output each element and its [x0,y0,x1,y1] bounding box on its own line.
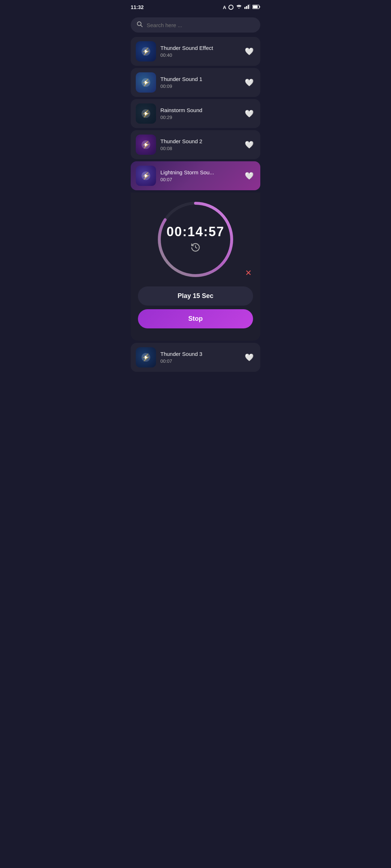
sound-title-3: Rainstorm Sound [160,107,239,113]
svg-rect-1 [246,6,247,9]
play-btn-4[interactable] [142,140,150,149]
timer-inner: 00:14:57 [167,224,224,255]
sound-info-4: Thunder Sound 2 00:08 [160,138,239,151]
status-time: 11:32 [131,4,144,10]
search-bar[interactable] [131,17,260,33]
sound-item-3[interactable]: ⚡ Rainstorm Sound 00:29 🤍 [131,99,260,128]
sound-info-2: Thunder Sound 1 00:09 [160,76,239,89]
signal-icon [244,4,250,10]
active-sound-duration: 00:07 [160,177,239,182]
sound-title-4: Thunder Sound 2 [160,138,239,144]
sound-item-active[interactable]: ⚡ Lightning Storm Sou... 00:07 🤍 [131,161,260,190]
svg-rect-2 [248,5,249,9]
wifi-icon [236,4,242,10]
assistant-icon: A [223,5,226,10]
active-sound-title: Lightning Storm Sou... [160,169,239,175]
play-button-small[interactable] [142,353,150,362]
svg-rect-5 [259,6,260,8]
sound-duration-1: 00:40 [160,52,239,58]
thumbnail-4: ⚡ [136,135,156,155]
sound-item-1[interactable]: ⚡ Thunder Sound Effect 00:40 🤍 [131,37,260,66]
sound-duration-2: 00:09 [160,84,239,89]
favorite-btn-2[interactable]: 🤍 [243,77,255,88]
active-favorite-button[interactable]: 🤍 [243,170,255,182]
favorite-btn-4[interactable]: 🤍 [243,139,255,150]
status-bar: 11:32 A [125,0,266,14]
bottom-sound-title: Thunder Sound 3 [160,351,239,357]
sound-info-3: Rainstorm Sound 00:29 [160,107,239,120]
svg-rect-0 [244,7,245,9]
timer-display: 00:14:57 [167,224,224,239]
sound-duration-4: 00:08 [160,146,239,151]
heart-icon-2: 🤍 [245,78,254,87]
play-btn-active[interactable] [142,171,150,180]
bottom-thumbnail: ⚡ [136,347,156,367]
play-btn-1[interactable] [142,47,150,56]
favorite-btn-3[interactable]: 🤍 [243,108,255,119]
heart-icon: 🤍 [245,353,254,362]
play-btn-2[interactable] [142,78,150,87]
timer-history-icon[interactable] [190,242,201,255]
active-heart-icon: 🤍 [245,171,254,180]
svg-rect-3 [249,4,250,9]
timer-circle: 00:14:57 [156,200,235,279]
play-btn-3[interactable] [142,109,150,118]
favorite-button[interactable]: 🤍 [243,352,255,363]
bottom-sound-item[interactable]: ⚡ Thunder Sound 3 00:07 🤍 [131,343,260,372]
thumbnail-2: ⚡ [136,72,156,93]
player-panel: 00:14:57 ✕ Play 15 Sec Sto [131,192,260,341]
sound-item-2[interactable]: ⚡ Thunder Sound 1 00:09 🤍 [131,68,260,97]
battery-icon [252,4,260,10]
svg-rect-6 [253,5,257,8]
thumbnail-1: ⚡ [136,41,156,61]
status-icons: A [223,4,260,10]
thumbnail-active: ⚡ [136,166,156,186]
close-button[interactable]: ✕ [244,267,253,279]
heart-icon-4: 🤍 [245,140,254,149]
favorite-btn-1[interactable]: 🤍 [243,46,255,57]
notification-dot [228,5,234,10]
sound-duration-3: 00:29 [160,115,239,120]
sound-info-1: Thunder Sound Effect 00:40 [160,45,239,58]
search-input[interactable] [147,22,255,28]
play15-button[interactable]: Play 15 Sec [138,286,253,306]
bottom-sound-info: Thunder Sound 3 00:07 [160,351,239,364]
timer-container: 00:14:57 ✕ [138,200,253,279]
svg-line-8 [141,25,143,27]
sound-title-1: Thunder Sound Effect [160,45,239,51]
stop-button[interactable]: Stop [138,309,253,328]
thumbnail-3: ⚡ [136,103,156,124]
heart-icon-1: 🤍 [245,47,254,56]
active-sound-info: Lightning Storm Sou... 00:07 [160,169,239,182]
sound-item-4[interactable]: ⚡ Thunder Sound 2 00:08 🤍 [131,130,260,159]
svg-point-7 [137,22,141,26]
sound-list: ⚡ Thunder Sound Effect 00:40 🤍 ⚡ [125,37,266,341]
sound-title-2: Thunder Sound 1 [160,76,239,82]
close-icon: ✕ [245,268,252,277]
bottom-sound-duration: 00:07 [160,358,239,364]
heart-icon-3: 🤍 [245,109,254,118]
search-icon [136,21,143,29]
